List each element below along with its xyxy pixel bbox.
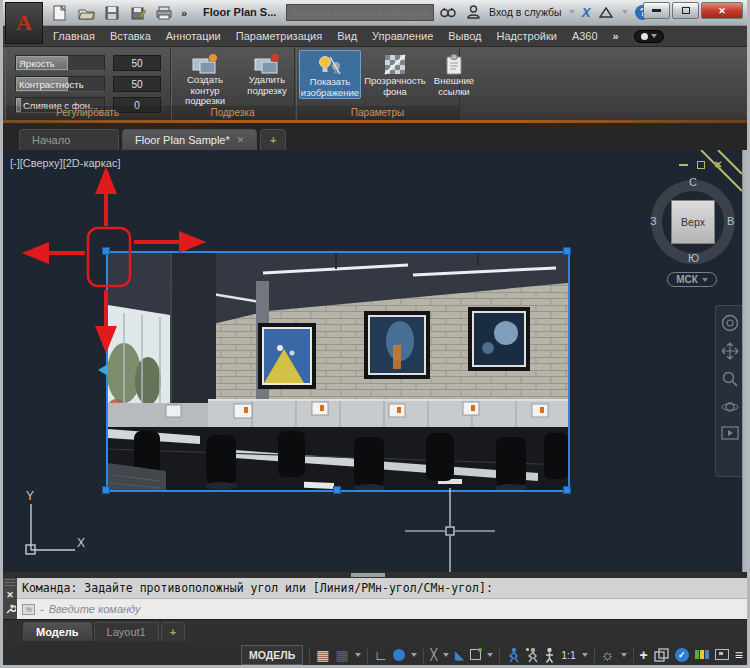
ortho-mode-icon[interactable]: ∟ bbox=[374, 647, 388, 663]
quick-properties-icon[interactable] bbox=[654, 648, 669, 662]
new-drawing-tab-button[interactable]: + bbox=[260, 129, 286, 150]
tab-output[interactable]: Вывод bbox=[448, 30, 481, 42]
search-binoculars-icon[interactable] bbox=[439, 3, 457, 21]
tab-close-icon[interactable]: ✕ bbox=[237, 135, 245, 145]
grip-bottom-mid[interactable] bbox=[333, 486, 341, 494]
minimize-button[interactable] bbox=[643, 2, 670, 19]
tabs-overflow-icon[interactable]: » bbox=[613, 30, 619, 42]
otrack-icon[interactable]: ◣ bbox=[455, 648, 464, 662]
grip-top-right[interactable] bbox=[563, 247, 571, 255]
tab-view[interactable]: Вид bbox=[337, 30, 357, 42]
compass-west[interactable]: З bbox=[650, 215, 657, 227]
contrast-value[interactable]: 50 bbox=[113, 76, 161, 92]
grip-bottom-right[interactable] bbox=[563, 486, 571, 494]
app-logo-button[interactable]: A bbox=[5, 2, 43, 44]
annotation-scale-icon[interactable] bbox=[544, 647, 555, 663]
new-file-icon[interactable] bbox=[51, 4, 69, 22]
viewcube-top-face[interactable]: Верх bbox=[671, 200, 715, 244]
print-icon[interactable] bbox=[155, 4, 173, 22]
clip-invert-arrow-grip[interactable] bbox=[98, 364, 108, 376]
polar-dropdown-icon[interactable] bbox=[411, 653, 417, 657]
snap-dropdown-icon[interactable] bbox=[355, 653, 361, 657]
hscroll-thumb[interactable] bbox=[351, 573, 385, 577]
wcs-button[interactable]: МСК bbox=[667, 272, 717, 287]
saveas-icon[interactable] bbox=[129, 4, 147, 22]
navigation-wheel-icon[interactable] bbox=[721, 314, 739, 332]
tab-manage[interactable]: Управление bbox=[372, 30, 433, 42]
viewport-minimize-icon[interactable] bbox=[679, 164, 688, 166]
tab-home[interactable]: Главная bbox=[53, 30, 95, 42]
app-dropdown-icon[interactable] bbox=[622, 10, 628, 14]
new-layout-button[interactable]: + bbox=[161, 622, 185, 641]
save-icon[interactable] bbox=[103, 4, 121, 22]
command-input-line[interactable]: % - Введите команду bbox=[17, 599, 747, 619]
osnap-icon[interactable] bbox=[470, 649, 481, 660]
commandline-wrench-icon[interactable] bbox=[5, 604, 16, 615]
commandline-grip[interactable] bbox=[5, 579, 15, 586]
workspace-dropdown-icon[interactable] bbox=[621, 653, 627, 657]
tab-addins[interactable]: Надстройки bbox=[497, 30, 557, 42]
remove-clip-button[interactable]: Удалить подрезку bbox=[240, 50, 294, 107]
graphics-performance-icon[interactable]: ✓ bbox=[675, 648, 689, 662]
showmotion-icon[interactable] bbox=[721, 426, 739, 440]
navigation-bar[interactable] bbox=[715, 305, 742, 477]
viewport-controls-label[interactable]: [-][Сверху][2D-каркас] bbox=[10, 157, 120, 169]
attached-image[interactable] bbox=[106, 251, 570, 492]
customization-menu-icon[interactable]: ≡ bbox=[735, 647, 743, 663]
workspace-gear-icon[interactable]: ☼ bbox=[601, 646, 615, 663]
grip-bottom-left[interactable] bbox=[102, 486, 110, 494]
compass-north[interactable]: С bbox=[689, 176, 697, 188]
isodraft-icon[interactable]: ╳ bbox=[430, 648, 437, 661]
grid-display-icon[interactable]: ▦ bbox=[316, 647, 329, 663]
file-tab-start[interactable]: Начало bbox=[19, 129, 119, 150]
create-clip-button[interactable]: Создать контур подрезки bbox=[175, 50, 235, 107]
clean-screen-icon[interactable] bbox=[715, 649, 729, 660]
command-history-line[interactable]: Команда: Задайте противоположный угол ил… bbox=[17, 578, 747, 599]
autoscale-icon[interactable] bbox=[525, 647, 538, 663]
show-image-button[interactable]: Показать изображение bbox=[299, 50, 361, 99]
tab-a360[interactable]: A360 bbox=[572, 30, 598, 42]
search-input[interactable] bbox=[286, 4, 434, 21]
commandline-close-icon[interactable]: ✕ bbox=[6, 590, 14, 600]
file-tab-active[interactable]: Floor Plan Sample* ✕ bbox=[122, 129, 257, 150]
snap-mode-icon[interactable]: ▦ bbox=[335, 647, 348, 663]
pan-icon[interactable] bbox=[721, 342, 739, 360]
exchange-apps-icon[interactable]: X bbox=[582, 5, 591, 20]
scale-dropdown-icon[interactable] bbox=[582, 653, 588, 657]
command-input-placeholder[interactable]: Введите команду bbox=[49, 603, 141, 615]
open-file-icon[interactable] bbox=[77, 4, 95, 22]
recent-commands-icon[interactable]: % bbox=[22, 604, 35, 615]
isodraft-dropdown-icon[interactable] bbox=[443, 653, 449, 657]
close-button[interactable]: ✕ bbox=[701, 2, 743, 19]
vertical-scrollbar[interactable] bbox=[742, 150, 750, 572]
grip-top-left[interactable] bbox=[102, 247, 110, 255]
signin-label[interactable]: Вход в службы bbox=[489, 6, 562, 18]
compass-east[interactable]: В bbox=[727, 215, 734, 227]
compass-south[interactable]: Ю bbox=[688, 252, 699, 264]
layout1-tab[interactable]: Layout1 bbox=[94, 622, 159, 641]
annotation-monitor-icon[interactable]: + bbox=[640, 647, 648, 663]
tab-insert[interactable]: Вставка bbox=[110, 30, 151, 42]
polar-tracking-icon[interactable] bbox=[393, 649, 405, 661]
xref-button[interactable]: Внешние ссылки bbox=[429, 50, 479, 99]
qat-overflow-icon[interactable]: » bbox=[181, 7, 187, 19]
annotation-visibility-icon[interactable] bbox=[506, 647, 519, 663]
signin-dropdown-icon[interactable] bbox=[569, 10, 575, 14]
brightness-slider[interactable]: Яркость bbox=[15, 55, 105, 71]
annotation-scale-value[interactable]: 1:1 bbox=[561, 649, 576, 661]
restore-button[interactable] bbox=[672, 2, 699, 19]
contrast-slider[interactable]: Контрастность bbox=[15, 76, 105, 92]
orbit-icon[interactable] bbox=[721, 398, 739, 416]
drawing-canvas[interactable]: [-][Сверху][2D-каркас] ✕ С В Ю З Верх МС… bbox=[3, 150, 742, 572]
model-space-button[interactable]: МОДЕЛЬ bbox=[241, 645, 303, 665]
panel-title-options[interactable]: Параметры bbox=[296, 106, 459, 120]
model-tab[interactable]: Модель bbox=[23, 622, 92, 641]
brightness-value[interactable]: 50 bbox=[113, 55, 161, 71]
autodesk-app-icon[interactable] bbox=[597, 3, 615, 21]
tab-parametric[interactable]: Параметризация bbox=[236, 30, 322, 42]
panel-title-clip[interactable]: Подрезка bbox=[171, 106, 294, 120]
osnap-dropdown-icon[interactable] bbox=[487, 653, 493, 657]
recorder-button[interactable] bbox=[634, 30, 664, 43]
zoom-icon[interactable] bbox=[721, 370, 739, 388]
bg-transparency-button[interactable]: Прозрачность фона bbox=[366, 50, 424, 99]
